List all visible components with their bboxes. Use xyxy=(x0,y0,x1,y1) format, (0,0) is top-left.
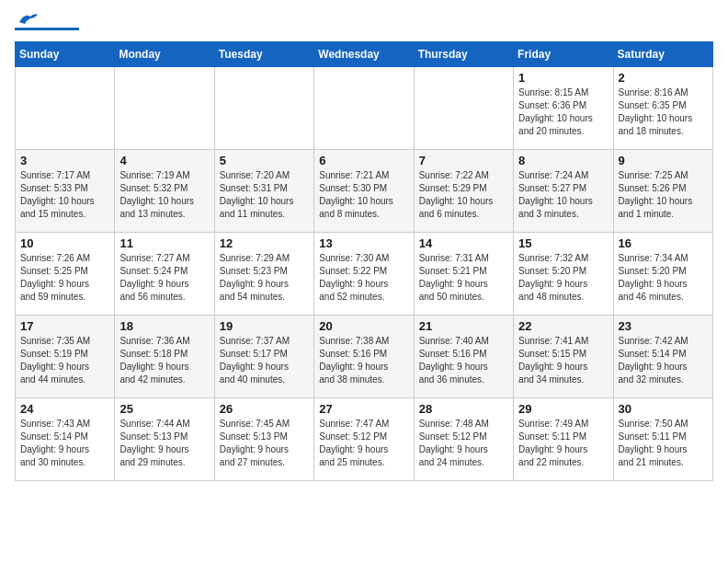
day-number: 11 xyxy=(119,236,209,250)
calendar-cell: 10Sunrise: 7:26 AM Sunset: 5:25 PM Dayli… xyxy=(16,233,115,316)
calendar-cell xyxy=(16,67,115,150)
day-number: 10 xyxy=(20,236,109,250)
calendar-cell: 18Sunrise: 7:36 AM Sunset: 5:18 PM Dayli… xyxy=(115,316,214,398)
calendar-cell: 14Sunrise: 7:31 AM Sunset: 5:21 PM Dayli… xyxy=(414,233,513,316)
calendar-cell: 17Sunrise: 7:35 AM Sunset: 5:19 PM Dayli… xyxy=(16,316,115,398)
calendar-cell: 15Sunrise: 7:32 AM Sunset: 5:20 PM Dayli… xyxy=(514,233,613,316)
day-info: Sunrise: 8:16 AM Sunset: 6:35 PM Dayligh… xyxy=(619,86,708,138)
calendar-cell: 16Sunrise: 7:34 AM Sunset: 5:20 PM Dayli… xyxy=(613,233,712,316)
day-number: 25 xyxy=(119,402,209,416)
day-number: 17 xyxy=(20,319,109,333)
day-info: Sunrise: 7:21 AM Sunset: 5:30 PM Dayligh… xyxy=(319,169,408,221)
calendar-cell: 9Sunrise: 7:25 AM Sunset: 5:26 PM Daylig… xyxy=(613,150,712,233)
header-day-saturday: Saturday xyxy=(613,42,712,67)
calendar-cell xyxy=(214,67,313,150)
calendar-cell: 29Sunrise: 7:49 AM Sunset: 5:11 PM Dayli… xyxy=(514,398,613,481)
header-day-wednesday: Wednesday xyxy=(314,42,414,67)
day-info: Sunrise: 7:29 AM Sunset: 5:23 PM Dayligh… xyxy=(220,252,309,304)
day-info: Sunrise: 7:50 AM Sunset: 5:11 PM Dayligh… xyxy=(619,418,708,469)
day-number: 4 xyxy=(119,154,209,167)
day-info: Sunrise: 7:24 AM Sunset: 5:27 PM Dayligh… xyxy=(518,169,608,221)
day-info: Sunrise: 7:34 AM Sunset: 5:20 PM Dayligh… xyxy=(619,252,708,304)
day-info: Sunrise: 7:37 AM Sunset: 5:17 PM Dayligh… xyxy=(220,335,309,386)
header-day-sunday: Sunday xyxy=(16,42,115,67)
calendar-cell xyxy=(314,67,414,150)
calendar-header: SundayMondayTuesdayWednesdayThursdayFrid… xyxy=(16,42,713,67)
day-info: Sunrise: 7:45 AM Sunset: 5:13 PM Dayligh… xyxy=(220,418,309,469)
day-info: Sunrise: 7:35 AM Sunset: 5:19 PM Dayligh… xyxy=(20,335,109,386)
day-info: Sunrise: 7:40 AM Sunset: 5:16 PM Dayligh… xyxy=(419,335,508,386)
day-info: Sunrise: 7:22 AM Sunset: 5:29 PM Dayligh… xyxy=(419,169,508,221)
day-number: 23 xyxy=(619,319,708,333)
calendar-week-4: 17Sunrise: 7:35 AM Sunset: 5:19 PM Dayli… xyxy=(16,316,713,398)
day-number: 9 xyxy=(619,154,708,167)
calendar-cell: 24Sunrise: 7:43 AM Sunset: 5:14 PM Dayli… xyxy=(16,398,115,481)
calendar-cell: 4Sunrise: 7:19 AM Sunset: 5:32 PM Daylig… xyxy=(115,150,214,233)
day-number: 15 xyxy=(518,236,608,250)
calendar-cell: 26Sunrise: 7:45 AM Sunset: 5:13 PM Dayli… xyxy=(214,398,313,481)
header-day-monday: Monday xyxy=(115,42,214,67)
calendar-cell: 5Sunrise: 7:20 AM Sunset: 5:31 PM Daylig… xyxy=(214,150,313,233)
calendar-cell: 11Sunrise: 7:27 AM Sunset: 5:24 PM Dayli… xyxy=(115,233,214,316)
day-info: Sunrise: 7:30 AM Sunset: 5:22 PM Dayligh… xyxy=(319,252,408,304)
day-info: Sunrise: 7:25 AM Sunset: 5:26 PM Dayligh… xyxy=(619,169,708,221)
calendar-cell: 23Sunrise: 7:42 AM Sunset: 5:14 PM Dayli… xyxy=(613,316,712,398)
day-info: Sunrise: 7:44 AM Sunset: 5:13 PM Dayligh… xyxy=(119,418,209,469)
day-info: Sunrise: 7:19 AM Sunset: 5:32 PM Dayligh… xyxy=(119,169,209,221)
logo-bird-icon xyxy=(17,11,38,26)
calendar-cell: 27Sunrise: 7:47 AM Sunset: 5:12 PM Dayli… xyxy=(314,398,414,481)
header-day-friday: Friday xyxy=(514,42,613,67)
calendar-cell: 25Sunrise: 7:44 AM Sunset: 5:13 PM Dayli… xyxy=(115,398,214,481)
calendar-cell: 1Sunrise: 8:15 AM Sunset: 6:36 PM Daylig… xyxy=(514,67,613,150)
calendar-cell: 28Sunrise: 7:48 AM Sunset: 5:12 PM Dayli… xyxy=(414,398,513,481)
calendar-week-5: 24Sunrise: 7:43 AM Sunset: 5:14 PM Dayli… xyxy=(16,398,713,481)
day-number: 28 xyxy=(419,402,508,416)
day-info: Sunrise: 7:20 AM Sunset: 5:31 PM Dayligh… xyxy=(220,169,309,221)
header-day-tuesday: Tuesday xyxy=(214,42,313,67)
day-number: 14 xyxy=(419,236,508,250)
day-number: 30 xyxy=(619,402,708,416)
day-number: 3 xyxy=(20,154,109,167)
day-number: 18 xyxy=(119,319,209,333)
day-number: 26 xyxy=(220,402,309,416)
calendar-cell: 20Sunrise: 7:38 AM Sunset: 5:16 PM Dayli… xyxy=(314,316,414,398)
calendar-cell: 30Sunrise: 7:50 AM Sunset: 5:11 PM Dayli… xyxy=(613,398,712,481)
calendar-cell: 21Sunrise: 7:40 AM Sunset: 5:16 PM Dayli… xyxy=(414,316,513,398)
calendar-week-3: 10Sunrise: 7:26 AM Sunset: 5:25 PM Dayli… xyxy=(16,233,713,316)
calendar-cell: 12Sunrise: 7:29 AM Sunset: 5:23 PM Dayli… xyxy=(214,233,313,316)
day-info: Sunrise: 7:41 AM Sunset: 5:15 PM Dayligh… xyxy=(518,335,608,386)
day-info: Sunrise: 7:27 AM Sunset: 5:24 PM Dayligh… xyxy=(119,252,209,304)
day-number: 12 xyxy=(220,236,309,250)
day-info: Sunrise: 7:42 AM Sunset: 5:14 PM Dayligh… xyxy=(619,335,708,386)
day-number: 29 xyxy=(518,402,608,416)
calendar-week-1: 1Sunrise: 8:15 AM Sunset: 6:36 PM Daylig… xyxy=(16,67,713,150)
logo-underline xyxy=(15,28,79,30)
calendar-cell xyxy=(414,67,513,150)
day-info: Sunrise: 7:36 AM Sunset: 5:18 PM Dayligh… xyxy=(119,335,209,386)
day-number: 22 xyxy=(518,319,608,333)
calendar-cell: 8Sunrise: 7:24 AM Sunset: 5:27 PM Daylig… xyxy=(514,150,613,233)
day-number: 20 xyxy=(319,319,408,333)
day-number: 27 xyxy=(319,402,408,416)
calendar-cell: 2Sunrise: 8:16 AM Sunset: 6:35 PM Daylig… xyxy=(613,67,712,150)
day-number: 16 xyxy=(619,236,708,250)
header-day-thursday: Thursday xyxy=(414,42,513,67)
logo xyxy=(15,15,79,30)
calendar-cell: 13Sunrise: 7:30 AM Sunset: 5:22 PM Dayli… xyxy=(314,233,414,316)
day-info: Sunrise: 7:47 AM Sunset: 5:12 PM Dayligh… xyxy=(319,418,408,469)
day-info: Sunrise: 7:17 AM Sunset: 5:33 PM Dayligh… xyxy=(20,169,109,221)
day-number: 7 xyxy=(419,154,508,167)
day-info: Sunrise: 7:31 AM Sunset: 5:21 PM Dayligh… xyxy=(419,252,508,304)
calendar-cell xyxy=(115,67,214,150)
day-number: 1 xyxy=(518,71,608,85)
day-number: 5 xyxy=(220,154,309,167)
page-header xyxy=(15,15,713,30)
day-info: Sunrise: 7:48 AM Sunset: 5:12 PM Dayligh… xyxy=(419,418,508,469)
calendar-week-2: 3Sunrise: 7:17 AM Sunset: 5:33 PM Daylig… xyxy=(16,150,713,233)
day-number: 19 xyxy=(220,319,309,333)
calendar-cell: 19Sunrise: 7:37 AM Sunset: 5:17 PM Dayli… xyxy=(214,316,313,398)
day-info: Sunrise: 7:43 AM Sunset: 5:14 PM Dayligh… xyxy=(20,418,109,469)
day-number: 8 xyxy=(518,154,608,167)
day-number: 6 xyxy=(319,154,408,167)
day-info: Sunrise: 8:15 AM Sunset: 6:36 PM Dayligh… xyxy=(518,86,608,138)
